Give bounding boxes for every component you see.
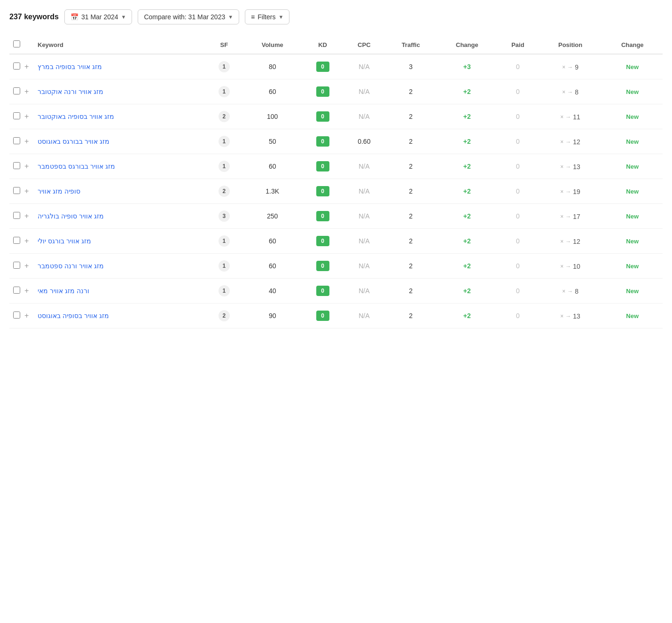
keyword-link-2[interactable]: מזג אוויר בסופיה באוקטובר (38, 113, 114, 120)
sf-badge-7: 1 (219, 235, 230, 247)
paid-value-3: 0 (516, 138, 520, 145)
table-row: + סופיה מזג אוויר 2 1.3K 0 N/A 2 +2 0 × … (9, 179, 663, 204)
col-header-position: Position (539, 36, 602, 54)
cpc-value-2: N/A (359, 113, 369, 120)
kd-badge-5: 0 (316, 186, 329, 196)
row-checkbox-8[interactable] (13, 262, 20, 269)
add-keyword-icon-7[interactable]: + (24, 237, 29, 245)
keyword-link-0[interactable]: מזג אוויר בסופיה במרץ (38, 63, 102, 70)
date-filter-button[interactable]: 📅 31 Mar 2024 ▼ (64, 9, 133, 24)
col-header-sf: SF (205, 36, 243, 54)
add-keyword-icon-1[interactable]: + (24, 87, 29, 95)
traffic-change-cell-0: +3 (437, 54, 497, 79)
traffic-change-value-3: +2 (463, 138, 471, 145)
volume-cell-10: 90 (243, 304, 302, 328)
row-checkbox-10[interactable] (13, 312, 20, 319)
row-checkbox-7[interactable] (13, 237, 20, 244)
position-value-8: × → 10 (560, 263, 580, 270)
table-row: + מזג אוויר בסופיה באוקטובר 2 100 0 N/A … (9, 104, 663, 129)
table-row: + מזג אוויר סופיה בולגריה 3 250 0 N/A 2 … (9, 204, 663, 229)
add-keyword-icon-2[interactable]: + (24, 112, 29, 120)
paid-cell-7: 0 (497, 229, 539, 254)
add-keyword-icon-4[interactable]: + (24, 162, 29, 170)
row-checkbox-1[interactable] (13, 87, 20, 94)
sf-badge-1: 1 (219, 86, 230, 97)
col-header-volume: Volume (243, 36, 302, 54)
new-badge-3: New (626, 138, 639, 145)
paid-cell-10: 0 (497, 304, 539, 328)
row-checkbox-6[interactable] (13, 212, 20, 219)
kd-badge-4: 0 (316, 161, 329, 171)
row-checkbox-2[interactable] (13, 112, 20, 119)
traffic-change-cell-1: +2 (437, 79, 497, 104)
row-checkbox-0[interactable] (13, 62, 20, 70)
add-keyword-icon-5[interactable]: + (24, 187, 29, 195)
cpc-value-8: N/A (359, 262, 369, 270)
add-keyword-icon-6[interactable]: + (24, 212, 29, 220)
keyword-link-9[interactable]: ורנה מזג אוויר מאי (38, 287, 89, 295)
change2-cell-9: New (602, 279, 663, 304)
keyword-cell-8: מזג אוויר ורנה ספטמבר (34, 254, 205, 279)
volume-cell-6: 250 (243, 204, 302, 229)
volume-cell-3: 50 (243, 129, 302, 154)
change2-cell-4: New (602, 154, 663, 179)
traffic-change-cell-3: +2 (437, 129, 497, 154)
keyword-link-6[interactable]: מזג אוויר סופיה בולגריה (38, 212, 104, 220)
keyword-link-5[interactable]: סופיה מזג אוויר (38, 187, 80, 195)
keyword-link-10[interactable]: מזג אוויר בסופיה באוגוסט (38, 312, 109, 319)
traffic-cell-9: 2 (385, 279, 437, 304)
cpc-value-1: N/A (359, 88, 369, 95)
compare-label: Compare with: 31 Mar 2023 (144, 13, 225, 21)
add-keyword-icon-3[interactable]: + (24, 137, 29, 145)
keywords-count: 237 keywords (9, 13, 59, 21)
volume-cell-4: 60 (243, 154, 302, 179)
cpc-cell-1: N/A (344, 79, 385, 104)
traffic-change-cell-5: +2 (437, 179, 497, 204)
keyword-link-8[interactable]: מזג אוויר ורנה ספטמבר (38, 262, 104, 270)
compare-filter-button[interactable]: Compare with: 31 Mar 2023 ▼ (138, 9, 239, 24)
traffic-change-cell-7: +2 (437, 229, 497, 254)
filter-icon: ≡ (251, 13, 255, 21)
keyword-link-7[interactable]: מזג אוויר בורגס יולי (38, 237, 91, 245)
kd-cell-9: 0 (302, 279, 344, 304)
traffic-change-value-4: +2 (463, 163, 471, 170)
new-badge-0: New (626, 63, 639, 70)
cpc-cell-5: N/A (344, 179, 385, 204)
select-all-checkbox[interactable] (13, 40, 20, 47)
add-keyword-icon-0[interactable]: + (24, 62, 29, 70)
keyword-cell-3: מזג אוויר בבורגס באוגוסט (34, 129, 205, 154)
add-keyword-icon-8[interactable]: + (24, 262, 29, 270)
change2-cell-8: New (602, 254, 663, 279)
position-value-4: × → 13 (560, 163, 580, 171)
keyword-link-3[interactable]: מזג אוויר בבורגס באוגוסט (38, 138, 109, 145)
change2-cell-7: New (602, 229, 663, 254)
position-value-9: × → 8 (562, 288, 578, 295)
toolbar: 237 keywords 📅 31 Mar 2024 ▼ Compare wit… (9, 9, 663, 24)
position-cell-0: × → 9 (539, 54, 602, 79)
volume-cell-0: 80 (243, 54, 302, 79)
position-value-6: × → 17 (560, 213, 580, 220)
row-checkbox-3[interactable] (13, 137, 20, 144)
kd-badge-10: 0 (316, 311, 329, 321)
paid-cell-6: 0 (497, 204, 539, 229)
paid-cell-8: 0 (497, 254, 539, 279)
row-checkbox-9[interactable] (13, 287, 20, 294)
row-checkbox-5[interactable] (13, 187, 20, 194)
traffic-cell-7: 2 (385, 229, 437, 254)
traffic-cell-3: 2 (385, 129, 437, 154)
paid-value-7: 0 (516, 237, 520, 245)
add-keyword-icon-9[interactable]: + (24, 287, 29, 295)
add-keyword-icon-10[interactable]: + (24, 312, 29, 319)
paid-cell-0: 0 (497, 54, 539, 79)
new-badge-10: New (626, 312, 639, 319)
keyword-link-4[interactable]: מזג אוויר בבורגס בספטמבר (38, 163, 115, 170)
filters-button[interactable]: ≡ Filters ▼ (245, 9, 289, 24)
col-header-traffic: Traffic (385, 36, 437, 54)
row-checkbox-4[interactable] (13, 162, 20, 169)
new-badge-8: New (626, 263, 639, 270)
traffic-change-cell-4: +2 (437, 154, 497, 179)
change2-cell-1: New (602, 79, 663, 104)
keyword-link-1[interactable]: מזג אוויר ורנה אוקטובר (38, 88, 103, 95)
chevron-down-icon: ▼ (121, 14, 126, 20)
keyword-cell-6: מזג אוויר סופיה בולגריה (34, 204, 205, 229)
